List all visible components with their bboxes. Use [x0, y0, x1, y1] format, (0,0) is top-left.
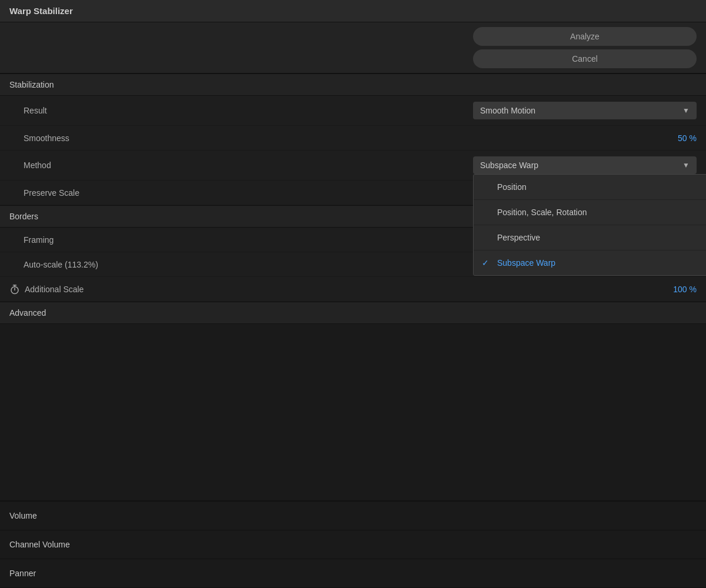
result-chevron-icon: ▼ [682, 106, 690, 115]
method-row: Method Subspace Warp ▼ Position Position… [0, 151, 706, 181]
panel-title-text: Warp Stabilizer [9, 6, 73, 16]
smoothness-label: Smoothness [24, 133, 678, 143]
warp-stabilizer-panel: Warp Stabilizer Analyze Cancel Stabiliza… [0, 0, 706, 588]
additional-scale-row: Additional Scale 100 % [0, 277, 706, 302]
smoothness-row: Smoothness 50 % [0, 126, 706, 151]
method-dropdown-button[interactable]: Subspace Warp ▼ [473, 156, 697, 174]
result-dropdown-button[interactable]: Smooth Motion ▼ [473, 102, 697, 119]
analyze-button[interactable]: Analyze [473, 27, 697, 46]
smoothness-value[interactable]: 50 % [678, 133, 697, 143]
method-label: Method [24, 161, 473, 170]
channel-volume-item[interactable]: Channel Volume [0, 530, 706, 559]
additional-scale-label: Additional Scale [25, 285, 673, 294]
stopwatch-icon [9, 284, 20, 295]
result-row: Result Smooth Motion ▼ [0, 96, 706, 126]
dropdown-item-position[interactable]: Position [474, 175, 706, 200]
dropdown-item-position-scale-rotation[interactable]: Position, Scale, Rotation [474, 200, 706, 225]
method-dropdown-container: Subspace Warp ▼ Position Position, Scale… [473, 156, 697, 174]
method-chevron-icon: ▼ [682, 161, 690, 169]
panel-title: Warp Stabilizer [0, 0, 706, 22]
stabilization-header: Stabilization [0, 74, 706, 96]
volume-item[interactable]: Volume [0, 502, 706, 530]
action-buttons-row: Analyze Cancel [0, 22, 706, 74]
panner-item[interactable]: Panner [0, 559, 706, 588]
result-dropdown-value: Smooth Motion [480, 106, 535, 115]
advanced-header: Advanced [0, 302, 706, 324]
result-label: Result [24, 106, 473, 115]
method-dropdown-menu: Position Position, Scale, Rotation Persp… [473, 174, 706, 276]
result-dropdown-container: Smooth Motion ▼ [473, 102, 697, 119]
check-mark-icon: ✓ [482, 258, 489, 268]
bottom-section: Volume Channel Volume Panner [0, 500, 706, 588]
method-dropdown-value: Subspace Warp [480, 161, 538, 170]
additional-scale-value[interactable]: 100 % [673, 285, 697, 294]
cancel-button[interactable]: Cancel [473, 49, 697, 68]
dropdown-item-subspace-warp[interactable]: ✓ Subspace Warp [474, 250, 706, 275]
spacer [0, 324, 706, 500]
dropdown-item-perspective[interactable]: Perspective [474, 225, 706, 250]
